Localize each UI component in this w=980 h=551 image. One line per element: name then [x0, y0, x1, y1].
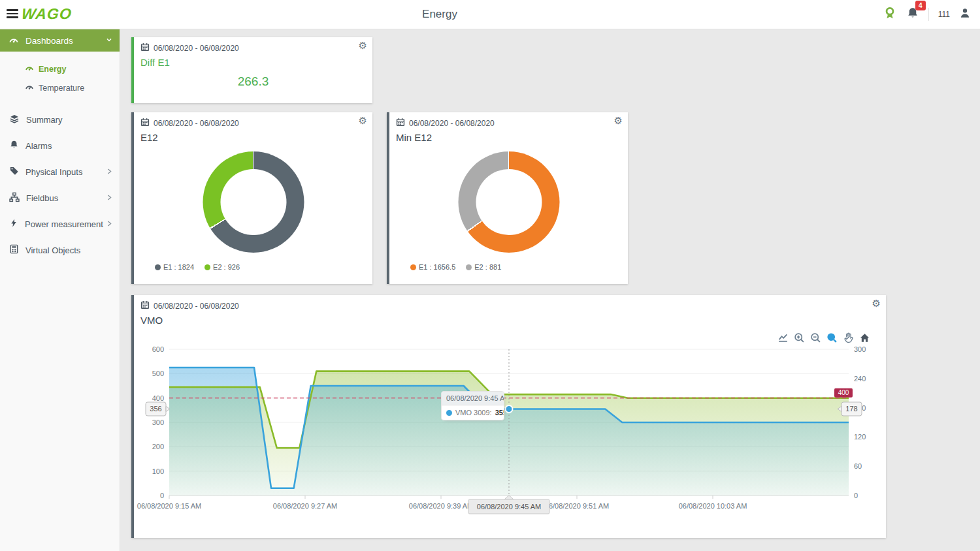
legend-item[interactable]: E2 : 881	[466, 263, 501, 271]
widget-title: E12	[140, 132, 158, 143]
calendar-icon	[396, 118, 405, 129]
tooltip-value: 355	[495, 409, 504, 417]
sidebar-item-virtual-objects[interactable]: Virtual Objects	[0, 237, 120, 263]
dashboards-submenu: Energy Temperature	[0, 52, 120, 101]
bell-icon	[9, 140, 19, 151]
widget-diff-e1: 06/08/2020 - 06/08/2020 ⚙ Diff E1 266.3	[131, 37, 372, 103]
x-axis-label: 06/08/2020 9:51 AM	[545, 502, 609, 510]
x-tooltip-label: 06/08/2020 9:45 AM	[477, 503, 541, 511]
y-axis-right-label: 120	[854, 433, 866, 441]
sidebar-item-physical-inputs[interactable]: Physical Inputs	[0, 159, 120, 185]
user-id-label: 111	[938, 10, 950, 19]
threshold-badge-label: 400	[838, 389, 849, 396]
legend-item[interactable]: E1 : 1656.5	[410, 263, 455, 271]
series-dot	[446, 410, 452, 416]
widget-e12: 06/08/2020 - 06/08/2020 ⚙ E12 E1 : 1824E…	[131, 112, 372, 284]
widget-settings-gear-icon[interactable]: ⚙	[359, 40, 367, 50]
y-tag-left-label: 356	[150, 405, 161, 413]
legend-label: E2 : 926	[213, 263, 240, 271]
y-axis-left-label: 300	[152, 418, 164, 426]
y-axis-left-label: 200	[152, 443, 164, 450]
tooltip-series-label: VMO 3009:	[455, 409, 492, 417]
e12-legend: E1 : 1824E2 : 926	[155, 263, 240, 271]
layers-icon	[9, 114, 20, 126]
sidebar-item-energy[interactable]: Energy	[0, 59, 120, 78]
legend-label: E1 : 1824	[163, 263, 194, 271]
dashboard-gauge-icon	[8, 35, 19, 47]
legend-label: E1 : 1656.5	[419, 263, 455, 271]
network-icon	[9, 192, 20, 204]
page-title: Energy	[422, 8, 457, 21]
widget-title: Min E12	[396, 132, 432, 143]
legend-dot	[204, 264, 210, 270]
menu-icon[interactable]	[7, 9, 20, 20]
legend-label: E2 : 881	[474, 263, 501, 271]
chart-tooltip: 06/08/2020 9:45 AM VMO 3009: 355	[441, 391, 504, 420]
tooltip-title: 06/08/2020 9:45 AM	[442, 392, 504, 405]
legend-dot	[466, 264, 472, 270]
chevron-right-icon	[106, 219, 113, 229]
tag-icon	[9, 166, 19, 178]
donut-hole	[476, 169, 542, 235]
sidebar-item-temperature[interactable]: Temperature	[0, 78, 120, 97]
y-axis-left-label: 600	[152, 345, 164, 353]
widget-min-e12: 06/08/2020 - 06/08/2020 ⚙ Min E12 E1 : 1…	[387, 112, 628, 284]
user-icon[interactable]	[959, 7, 971, 22]
date-range: 06/08/2020 - 06/08/2020	[140, 42, 353, 54]
top-bar: WAGO Energy 4 111	[0, 0, 980, 29]
legend-item[interactable]: E1 : 1824	[155, 263, 194, 271]
chart-toolbar	[777, 332, 870, 343]
donut-hole	[220, 169, 286, 235]
y-axis-right-label: 300	[854, 345, 866, 353]
calculator-icon	[9, 244, 19, 256]
y-axis-left-label: 500	[152, 370, 164, 377]
date-range: 06/08/2020 - 06/08/2020	[140, 300, 866, 311]
zoom-out-icon[interactable]	[810, 332, 821, 343]
y-axis-right-label: 0	[854, 492, 858, 499]
sidebar-item-power-measurement[interactable]: Power measurement	[0, 211, 120, 237]
sidebar-item-dashboards[interactable]: Dashboards	[0, 29, 120, 52]
notifications-bell-icon[interactable]: 4	[906, 7, 919, 22]
x-axis-label: 06/08/2020 9:15 AM	[137, 502, 201, 510]
y-axis-left-label: 400	[152, 394, 164, 402]
license-ribbon-icon[interactable]	[883, 6, 897, 23]
widget-settings-gear-icon[interactable]: ⚙	[872, 298, 881, 308]
vmo-chart-area[interactable]: 400010020030040050060006012018024030006/…	[134, 344, 889, 520]
calendar-icon	[140, 300, 150, 311]
legend-dot	[410, 264, 416, 270]
y-tag-right-label: 178	[845, 405, 857, 413]
x-axis-label: 06/08/2020 9:39 AM	[409, 502, 473, 510]
x-axis-label: 06/08/2020 9:27 AM	[273, 502, 337, 510]
x-axis-label: 06/08/2020 10:03 AM	[679, 502, 747, 510]
wago-logo[interactable]: WAGO	[21, 5, 73, 23]
pan-hand-icon[interactable]	[843, 332, 854, 343]
zoom-in-icon[interactable]	[794, 332, 805, 343]
date-range: 06/08/2020 - 06/08/2020	[396, 118, 608, 129]
widget-settings-gear-icon[interactable]: ⚙	[614, 116, 623, 125]
widget-vmo: 06/08/2020 - 06/08/2020 ⚙ VMO 4000100200…	[131, 295, 886, 538]
widget-title: VMO	[140, 315, 163, 326]
min-e12-legend: E1 : 1656.5E2 : 881	[410, 263, 501, 271]
sidebar-item-summary[interactable]: Summary	[0, 106, 120, 133]
chevron-right-icon	[106, 167, 113, 177]
diff-e1-value: 266.3	[134, 74, 372, 89]
line-chart-icon[interactable]	[777, 332, 789, 343]
chevron-right-icon	[106, 193, 113, 203]
y-axis-right-label: 240	[854, 375, 866, 383]
sidebar-item-fieldbus[interactable]: Fieldbus	[0, 185, 120, 211]
notification-count-badge: 4	[915, 1, 926, 10]
e12-donut-chart[interactable]	[203, 151, 304, 253]
dashboard-gauge-icon	[25, 63, 34, 74]
topbar-divider	[928, 8, 929, 21]
vmo-chart-svg[interactable]: 400010020030040050060006012018024030006/…	[134, 344, 889, 520]
min-e12-donut-chart[interactable]	[458, 151, 559, 253]
legend-item[interactable]: E2 : 926	[204, 263, 240, 271]
widget-settings-gear-icon[interactable]: ⚙	[359, 116, 367, 125]
y-axis-left-label: 0	[160, 492, 164, 499]
calendar-icon	[140, 42, 150, 54]
selection-zoom-icon[interactable]	[826, 332, 838, 343]
calendar-icon	[140, 118, 150, 129]
sidebar-item-alarms[interactable]: Alarms	[0, 133, 120, 159]
home-reset-icon[interactable]	[859, 332, 870, 343]
date-range: 06/08/2020 - 06/08/2020	[140, 118, 353, 129]
